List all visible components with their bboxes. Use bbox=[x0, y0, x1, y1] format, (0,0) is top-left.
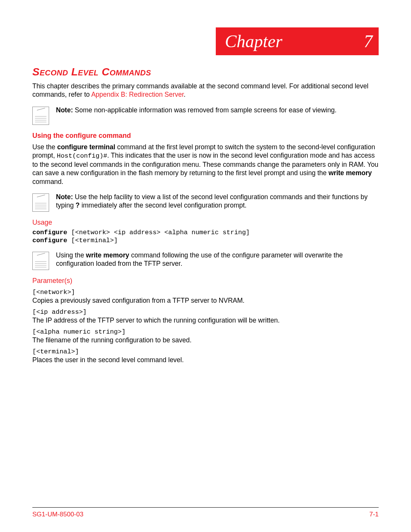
param-3-desc: The filename of the running configuratio… bbox=[32, 336, 379, 344]
param-1-code: [<network>] bbox=[32, 289, 379, 296]
note-label: Note: bbox=[56, 193, 73, 201]
note-1: Note: Some non-applicable information wa… bbox=[32, 106, 379, 125]
note-1-text: Note: Some non-applicable information wa… bbox=[56, 106, 336, 114]
usage-line-1: configure [<network> <ip address> <alpha… bbox=[32, 229, 379, 236]
usage1-args: [<network> <ip address> <alpha numeric s… bbox=[67, 229, 250, 236]
param-4-desc: Places the user in the second level comm… bbox=[32, 356, 379, 364]
note-2-text: Note: Use the help facility to view a li… bbox=[56, 193, 379, 210]
param-2-desc: The IP address of the TFTP server to whi… bbox=[32, 316, 379, 324]
cfg-prompt: Host(config)# bbox=[57, 152, 107, 160]
appendix-link[interactable]: Appendix B: Redirection Server bbox=[91, 91, 184, 98]
note3-b: write memory bbox=[86, 251, 129, 259]
param-3-code: [<alpha numeric string>] bbox=[32, 328, 379, 335]
usage1-cmd: configure bbox=[32, 229, 67, 236]
footer-left: SG1-UM-8500-03 bbox=[32, 511, 83, 518]
note3-a: Using the bbox=[56, 251, 86, 259]
note2-c: immediately after the second level confi… bbox=[80, 201, 247, 209]
note-3: Using the write memory command following… bbox=[32, 251, 379, 270]
footer-right: 7-1 bbox=[369, 511, 379, 518]
param-1-desc: Copies a previously saved configuration … bbox=[32, 297, 379, 305]
intro-pre: This chapter describes the primary comma… bbox=[32, 82, 368, 98]
note-label: Note: bbox=[56, 106, 73, 114]
configure-paragraph: Use the configure terminal command at th… bbox=[32, 143, 379, 186]
cfg-g: command. bbox=[32, 178, 64, 185]
configure-heading: Using the configure command bbox=[32, 132, 379, 140]
note-3-text: Using the write memory command following… bbox=[56, 251, 379, 268]
intro-paragraph: This chapter describes the primary comma… bbox=[32, 82, 379, 99]
page-footer: SG1-UM-8500-03 7-1 bbox=[32, 511, 379, 518]
param-4-code: [<terminal>] bbox=[32, 348, 379, 355]
usage2-args: [<terminal>] bbox=[67, 237, 118, 244]
chapter-number: 7 bbox=[364, 31, 373, 51]
chapter-banner: Chapter 7 bbox=[216, 27, 379, 55]
param-2-code: [<ip address>] bbox=[32, 308, 379, 316]
usage-heading: Usage bbox=[32, 219, 379, 227]
note-1-body: Some non-applicable information was remo… bbox=[73, 106, 337, 114]
section-title: Second Level Commands bbox=[32, 66, 379, 78]
note-icon bbox=[32, 252, 49, 270]
usage2-cmd: configure bbox=[32, 237, 67, 244]
chapter-label: Chapter bbox=[225, 31, 282, 51]
cfg-b: configure terminal bbox=[57, 143, 115, 151]
intro-post: . bbox=[184, 91, 186, 98]
note-2: Note: Use the help facility to view a li… bbox=[32, 193, 379, 212]
page: Chapter 7 Second Level Commands This cha… bbox=[0, 0, 411, 532]
note-icon bbox=[32, 193, 49, 212]
note-icon bbox=[32, 107, 49, 125]
footer-rule bbox=[32, 507, 379, 508]
cfg-f: write memory bbox=[328, 169, 372, 177]
cfg-a: Use the bbox=[32, 143, 57, 151]
note2-b: ? bbox=[76, 201, 80, 209]
usage-line-2: configure [<terminal>] bbox=[32, 237, 379, 244]
parameters-heading: Parameter(s) bbox=[32, 277, 379, 285]
